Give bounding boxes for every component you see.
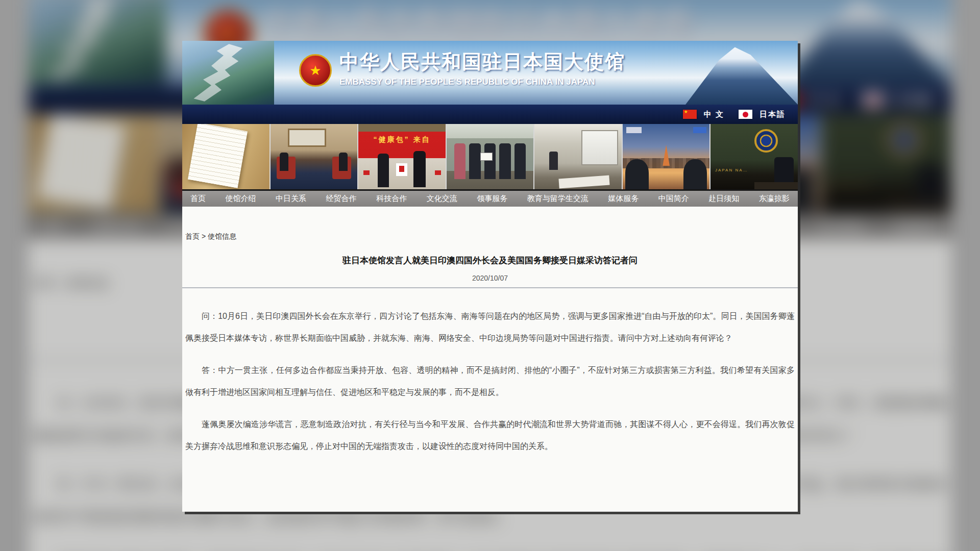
nav-item-japan-glimpses[interactable]: 东瀛掠影 [759, 194, 790, 204]
wall-painting-shape [288, 129, 326, 147]
photo-thumbnail-letter[interactable] [182, 124, 270, 189]
china-flag-icon [683, 110, 697, 119]
nav-item-consular-services[interactable]: 领事服务 [477, 194, 507, 204]
embassy-page: ★ 中华人民共和国驻日本国大使馆 EMBASSY OF THE PEOPLE'S… [182, 41, 798, 512]
standing-figure-right [413, 151, 426, 188]
japan-flag-icon [739, 110, 752, 119]
article-paragraph-answer-1: 答：中方一贯主张，任何多边合作都应当秉持开放、包容、透明的精神，而不是搞封闭、排… [185, 359, 795, 403]
nav-item-embassy-intro[interactable]: 使馆介绍 [226, 194, 256, 204]
seated-figure-right [339, 153, 348, 171]
main-nav: 首页 使馆介绍 中日关系 经贸合作 科技合作 文化交流 领事服务 教育与留学生交… [182, 191, 798, 207]
article-paragraph-question: 问：10月6日，美日印澳四国外长会在东京举行，四方讨论了包括东海、南海等问题在内… [185, 305, 795, 349]
photo-thumbnail-meeting[interactable] [271, 124, 358, 189]
anchor-figure-right [683, 159, 707, 189]
seated-attendee-figure [549, 152, 558, 170]
mount-fuji-peak [685, 41, 798, 105]
site-title-english: EMBASSY OF THE PEOPLE'S REPUBLIC OF CHIN… [339, 77, 687, 87]
language-option-chinese[interactable]: 中 文 [704, 110, 724, 119]
nav-item-china-japan-relations[interactable]: 中日关系 [276, 194, 306, 204]
mount-fuji-image [685, 41, 798, 105]
article-paragraph-answer-2: 蓬佩奥屡次编造涉华谎言，恶意制造政治对抗，有关行径与当今和平发展、合作共赢的时代… [185, 413, 795, 457]
title-divider [182, 287, 798, 288]
nav-item-home[interactable]: 首页 [190, 194, 206, 204]
language-option-japanese[interactable]: 日本語 [760, 110, 786, 119]
breadcrumb: 首页 > 使馆信息 [185, 232, 795, 241]
breadcrumb-separator: > [202, 232, 206, 240]
group-figures [454, 143, 526, 179]
nav-item-about-china[interactable]: 中国简介 [658, 194, 689, 204]
health-kit-banner-text: “健康包” 来自 [358, 135, 446, 144]
site-banner: ★ 中华人民共和国驻日本国大使馆 EMBASSY OF THE PEOPLE'S… [182, 41, 798, 105]
press-club-caption: JAPAN NA… [715, 168, 748, 172]
nav-item-education-students[interactable]: 教育与留学生交流 [527, 194, 589, 204]
site-title-chinese: 中华人民共和国驻日本国大使馆 [339, 49, 687, 75]
article-body: 问：10月6日，美日印澳四国外长会在东京举行，四方讨论了包括东海、南海等问题在内… [185, 305, 795, 457]
speaker-figure [774, 157, 794, 182]
photo-thumbnail-tv-broadcast[interactable] [623, 124, 710, 189]
nav-item-cultural-exchange[interactable]: 文化交流 [427, 194, 457, 204]
certificate-shape [480, 153, 493, 160]
china-national-emblem-icon: ★ [299, 54, 332, 87]
tokyo-tower-shape [663, 145, 670, 166]
photo-thumbnail-press-club[interactable]: JAPAN NA… [710, 124, 798, 189]
photo-carousel: “健康包” 来自 [182, 124, 798, 191]
broadcast-logo-right [693, 127, 706, 133]
press-table-shape [754, 182, 798, 189]
great-wall-image [182, 41, 274, 105]
box-label-right [435, 170, 441, 175]
projector-screen-shape [581, 130, 618, 165]
letter-paper-shape [188, 124, 248, 188]
health-kit-bag-shape [396, 163, 407, 177]
broadcast-logo-left [626, 127, 642, 133]
seated-figure-left [280, 153, 288, 171]
banner-titles: 中华人民共和国驻日本国大使馆 EMBASSY OF THE PEOPLE'S R… [339, 49, 687, 87]
screenshot-stage: ★ 中华人民共和国驻日本国大使馆 EMBASSY OF THE PEOPLE'S… [0, 0, 980, 551]
great-wall-ridge [189, 44, 257, 102]
standing-figure-left [378, 154, 389, 188]
breadcrumb-home-link[interactable]: 首页 [185, 232, 200, 240]
nav-item-visiting-japan[interactable]: 赴日须知 [708, 194, 739, 204]
language-bar: 中 文 日本語 [182, 105, 798, 124]
white-table-shape [559, 175, 610, 188]
article-title: 驻日本使馆发言人就美日印澳四国外长会及美国国务卿接受日媒采访答记者问 [185, 255, 795, 266]
nav-item-trade-cooperation[interactable]: 经贸合作 [326, 194, 357, 204]
emblem-star-icon: ★ [309, 64, 321, 77]
anchor-figure-left [625, 159, 649, 189]
photo-thumbnail-health-kits[interactable]: “健康包” 来自 [358, 124, 446, 189]
nav-item-media-services[interactable]: 媒体服务 [608, 194, 639, 204]
nav-item-science-cooperation[interactable]: 科技合作 [376, 194, 407, 204]
article-content: 首页 > 使馆信息 驻日本使馆发言人就美日印澳四国外长会及美国国务卿接受日媒采访… [182, 207, 798, 512]
photo-thumbnail-video-conference[interactable] [534, 124, 622, 189]
photo-thumbnail-certificate-group[interactable] [447, 124, 534, 189]
article-date: 2020/10/07 [185, 274, 795, 282]
box-label-left [363, 170, 370, 175]
press-club-emblem-icon [754, 129, 778, 153]
breadcrumb-current-section[interactable]: 使馆信息 [208, 232, 236, 240]
